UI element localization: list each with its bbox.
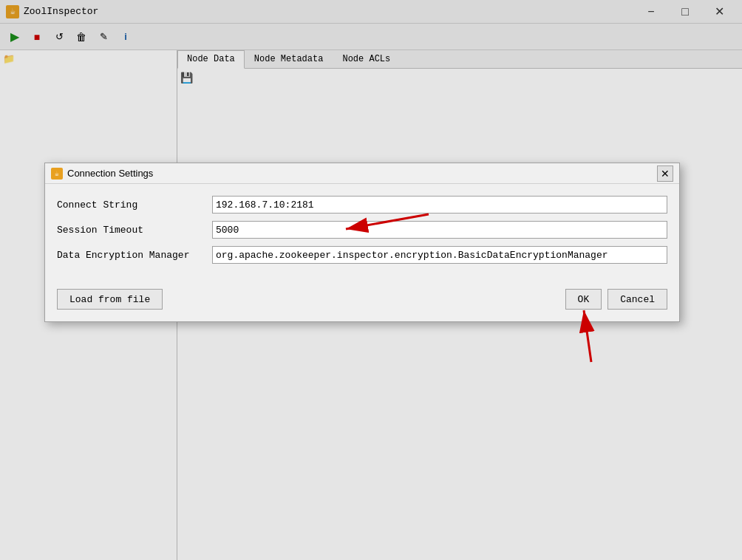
connect-string-label: Connect String (57, 199, 212, 211)
dialog-title-bar: ☕ Connection Settings ✕ (45, 163, 679, 184)
dialog-footer: Load from file OK Cancel (45, 283, 679, 321)
dialog-title: Connection Settings (67, 168, 657, 179)
connection-settings-dialog: ☕ Connection Settings ✕ Connect String S… (44, 163, 680, 322)
load-from-file-button[interactable]: Load from file (57, 289, 163, 310)
footer-right: OK Cancel (565, 289, 667, 310)
session-timeout-label: Session Timeout (57, 225, 212, 236)
session-timeout-input[interactable] (212, 221, 667, 239)
cancel-button[interactable]: Cancel (607, 289, 667, 310)
encryption-manager-input[interactable] (212, 246, 667, 264)
connect-string-row: Connect String (57, 196, 667, 214)
ok-button[interactable]: OK (565, 289, 602, 310)
encryption-manager-label: Data Encryption Manager (57, 250, 212, 261)
connect-string-input[interactable] (212, 196, 667, 214)
session-timeout-row: Session Timeout (57, 221, 667, 239)
dialog-close-button[interactable]: ✕ (657, 165, 673, 182)
dialog-icon: ☕ (51, 168, 63, 180)
footer-left: Load from file (57, 289, 565, 310)
dialog-overlay: ☕ Connection Settings ✕ Connect String S… (0, 0, 742, 560)
encryption-manager-row: Data Encryption Manager (57, 246, 667, 264)
dialog-body: Connect String Session Timeout Data Encr… (45, 184, 679, 283)
